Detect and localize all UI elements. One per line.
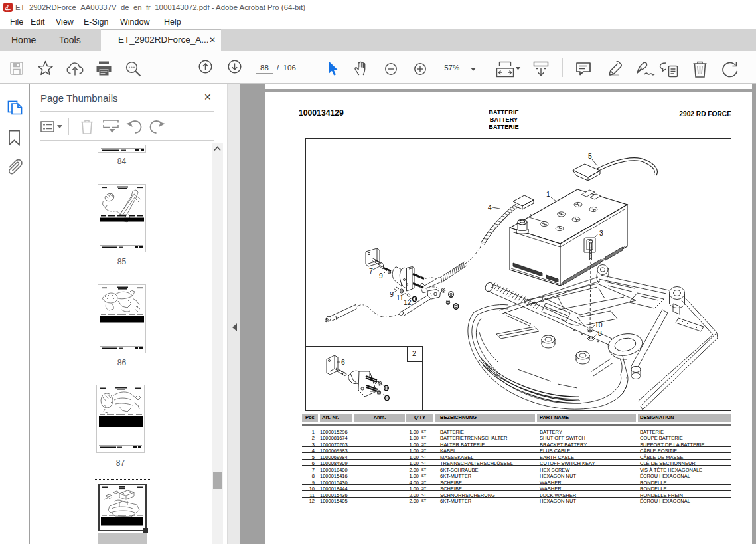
svg-text:1: 1 <box>546 190 550 198</box>
svg-text:10: 10 <box>595 321 603 329</box>
svg-text:7: 7 <box>369 267 373 275</box>
svg-text:2: 2 <box>412 349 416 357</box>
svg-text:4: 4 <box>488 203 492 211</box>
svg-text:3: 3 <box>599 229 603 237</box>
svg-text:6: 6 <box>341 358 345 366</box>
svg-text:5: 5 <box>588 152 592 160</box>
svg-text:9: 9 <box>379 272 383 280</box>
svg-text:8: 8 <box>598 329 602 337</box>
svg-text:12: 12 <box>404 298 412 306</box>
svg-text:9: 9 <box>390 290 394 298</box>
